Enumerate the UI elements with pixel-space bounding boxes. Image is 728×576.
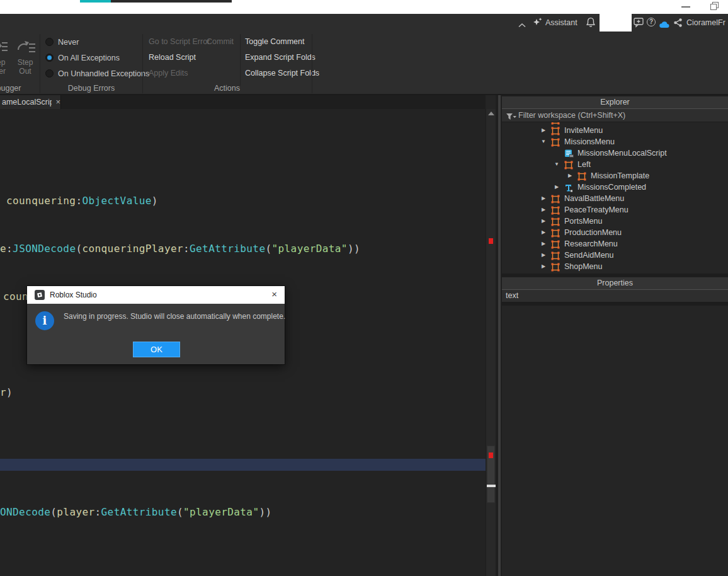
radio-selected-icon[interactable]	[45, 54, 54, 62]
tree-item-NavalBattleMenu[interactable]: ▶ NavalBattleMenu	[502, 193, 728, 205]
minimize-button[interactable]	[681, 6, 690, 8]
tree-item-ShopMenu[interactable]: ▶ ShopMenu	[502, 262, 728, 273]
tab-close-icon[interactable]: ×	[55, 98, 60, 106]
frame-icon	[551, 195, 560, 204]
tree-item-label: SendAidMenu	[564, 251, 614, 260]
frame-icon	[564, 161, 573, 170]
script-tab[interactable]: ameLocalScript ×	[0, 95, 61, 109]
tree-item-InviteMenu[interactable]: ▶ InviteMenu	[502, 125, 728, 137]
chevron-right-icon[interactable]: ▶	[554, 184, 560, 190]
dialog-titlebar: Roblox Studio ×	[27, 286, 285, 304]
chevron-down-icon[interactable]: ▼	[554, 161, 560, 167]
tree-item-ProductionMenu[interactable]: ▶ ProductionMenu	[502, 228, 728, 239]
collapse-ribbon-chevron-up-icon[interactable]	[518, 19, 526, 30]
frame-icon	[551, 263, 560, 272]
account-username[interactable]: CioramelFr	[686, 18, 728, 28]
tree-item-SendAidMenu[interactable]: ▶ SendAidMenu	[502, 250, 728, 262]
frame-icon	[551, 229, 560, 238]
toggle-comment-button[interactable]: Toggle Comment	[245, 37, 305, 47]
chevron-right-icon[interactable]: ▶	[540, 207, 547, 212]
frame-icon	[551, 127, 560, 135]
tree-item-label: MissionsMenu	[564, 137, 615, 146]
chevron-right-icon[interactable]: ▶	[540, 127, 547, 133]
radio-option-on-unhandled-exceptions[interactable]: On Unhandled Exceptions	[45, 68, 149, 78]
chevron-right-icon[interactable]: ▶	[540, 229, 547, 235]
tree-item-label: MissionTemplate	[591, 171, 649, 180]
debugger-section-label: Debugger	[0, 84, 35, 93]
radio-unselected-icon[interactable]	[45, 38, 54, 46]
tree-item-label: Left	[577, 160, 591, 169]
apply-edits-button[interactable]: Apply Edits	[149, 68, 188, 78]
info-icon	[35, 311, 54, 330]
tree-item-MissionTemplate[interactable]: ▶ MissionTemplate	[502, 171, 728, 182]
chevron-right-icon[interactable]: ▶	[540, 195, 547, 201]
actions-group: Go to Script Error Commit Reload Script …	[142, 14, 312, 94]
radio-label: On Unhandled Exceptions	[58, 69, 149, 78]
debug-errors-options: NeverOn All ExceptionsOn Unhandled Excep…	[40, 14, 142, 94]
textlabel-icon	[564, 183, 573, 192]
dialog-close-icon[interactable]: ×	[271, 289, 277, 299]
script-tab-title: ameLocalScript	[2, 98, 52, 107]
properties-filter-value: text	[506, 291, 518, 300]
tree-item-PeaceTreatyMenu[interactable]: ▶ PeaceTreatyMenu	[502, 205, 728, 216]
share-icon[interactable]	[673, 18, 683, 30]
error-marker	[489, 238, 493, 244]
feedback-icon[interactable]	[634, 18, 644, 30]
titlebar-accent-teal	[80, 0, 111, 3]
chevron-right-icon[interactable]: ▶	[540, 252, 547, 258]
properties-filter-input[interactable]: text	[502, 289, 728, 302]
radio-label: Never	[58, 38, 79, 47]
chevron-right-icon[interactable]: ▶	[540, 218, 547, 224]
cloud-sync-icon[interactable]	[659, 20, 670, 31]
notifications-bell-icon[interactable]	[586, 17, 596, 30]
tree-item-label: ResearchMenu	[564, 239, 618, 248]
explorer-filter-placeholder: Filter workspace (Ctrl+Shift+X)	[518, 111, 625, 120]
go-to-script-error-button[interactable]: Go to Script Error	[149, 37, 210, 47]
properties-content	[502, 306, 728, 576]
assistant-button[interactable]: Assistant	[545, 18, 577, 28]
current-line-highlight	[0, 459, 486, 471]
tree-item-MissionsMenuLocalScript[interactable]: MissionsMenuLocalScript	[502, 148, 728, 159]
commit-button[interactable]: Commit	[207, 37, 234, 47]
dialog-body: Saving in progress. Studio will close au…	[27, 304, 285, 364]
radio-option-never[interactable]: Never	[45, 37, 79, 47]
code-line: counquering:ObjectValue)	[6, 195, 158, 207]
saving-dialog: Roblox Studio × Saving in progress. Stud…	[27, 286, 285, 364]
radio-unselected-icon[interactable]	[45, 69, 54, 78]
roblox-logo-icon	[35, 290, 45, 300]
chevron-right-icon[interactable]: ▶	[540, 263, 547, 269]
actions-inner-divider	[240, 34, 241, 86]
chevron-right-icon[interactable]: ▶	[567, 173, 573, 178]
help-icon[interactable]	[647, 18, 656, 26]
window-titlebar	[0, 0, 728, 14]
tree-item-ResearchMenu[interactable]: ▶ ResearchMenu	[502, 239, 728, 250]
reload-script-button[interactable]: Reload Script	[149, 52, 196, 62]
right-panel: Explorer Filter workspace (Ctrl+Shift+X)…	[502, 95, 728, 576]
tree-item-MissionsCompleted[interactable]: ▶ MissionsCompleted	[502, 182, 728, 193]
chevron-down-icon[interactable]: ▼	[540, 139, 547, 144]
ok-button[interactable]: OK	[133, 342, 180, 357]
code-line: e:JSONDecode(conqueringPlayer:GetAttribu…	[0, 243, 360, 255]
radio-option-on-all-exceptions[interactable]: On All Exceptions	[45, 52, 120, 62]
properties-header: Properties	[502, 276, 728, 289]
chevron-right-icon[interactable]: ▶	[540, 241, 547, 246]
expand-script-folds-button[interactable]: Expand Script Folds	[245, 52, 316, 62]
tree-item-label: InviteMenu	[564, 126, 603, 135]
tree-item-MissionsMenu[interactable]: ▼ MissionsMenu	[502, 137, 728, 148]
error-marker	[489, 452, 493, 458]
tree-item-label: PeaceTreatyMenu	[564, 205, 628, 214]
frame-icon	[577, 172, 586, 181]
editor-scrollbar[interactable]	[486, 109, 496, 576]
tree-item-Left[interactable]: ▼ Left	[502, 159, 728, 171]
assistant-sparkle-icon[interactable]	[532, 17, 543, 31]
script-tab-bar: ameLocalScript ×	[0, 95, 486, 109]
explorer-filter-input[interactable]: Filter workspace (Ctrl+Shift+X)	[502, 108, 728, 122]
panel-splitter[interactable]	[496, 95, 502, 576]
titlebar-accent-dark	[111, 0, 232, 3]
restore-button[interactable]	[710, 2, 719, 13]
tree-item-PortsMenu[interactable]: ▶ PortsMenu	[502, 216, 728, 228]
tree-item-label: MissionsMenuLocalScript	[577, 149, 667, 158]
scrollbar-up-arrow[interactable]	[488, 112, 494, 115]
localscript-icon	[564, 149, 573, 158]
collapse-script-folds-button[interactable]: Collapse Script Folds	[245, 68, 319, 78]
